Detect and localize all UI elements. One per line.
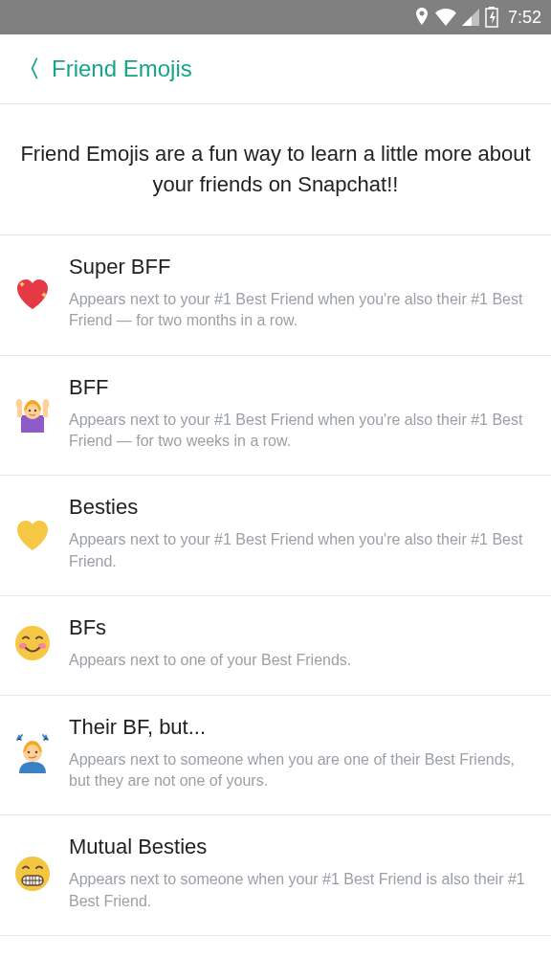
emoji-desc: Appears next to your #1 Best Friend when… — [69, 529, 534, 572]
svg-point-5 — [34, 410, 36, 412]
back-icon[interactable]: 〈 — [17, 54, 40, 84]
emoji-title: Mutual Besties — [69, 835, 534, 859]
svg-rect-1 — [489, 7, 495, 9]
emoji-desc: Appears next to someone when you are one… — [69, 749, 534, 792]
svg-point-4 — [29, 410, 31, 412]
emoji-desc: Appears next to someone when your #1 Bes… — [69, 869, 534, 912]
emoji-content: BFF Appears next to your #1 Best Friend … — [69, 375, 534, 453]
location-icon — [414, 8, 430, 27]
blush-face-icon — [13, 624, 52, 662]
emoji-title: Their BF, but... — [69, 715, 534, 740]
emoji-desc: Appears next to your #1 Best Friend when… — [69, 410, 534, 453]
cell-signal-icon — [462, 9, 479, 26]
emoji-item-their-bf[interactable]: Their BF, but... Appears next to someone… — [0, 696, 551, 816]
emoji-item-besties[interactable]: Besties Appears next to your #1 Best Fri… — [0, 476, 551, 596]
status-time: 7:52 — [508, 8, 541, 28]
emoji-content: Besties Appears next to your #1 Best Fri… — [69, 495, 534, 572]
svg-point-10 — [15, 626, 50, 660]
heart-sparkle-icon — [13, 274, 52, 312]
intro-text: Friend Emojis are a fun way to learn a l… — [17, 139, 534, 200]
emoji-desc: Appears next to one of your Best Friends… — [69, 650, 534, 671]
emoji-title: Super BFF — [69, 255, 534, 279]
emoji-content: BFs Appears next to one of your Best Fri… — [69, 615, 534, 671]
page-title: Friend Emojis — [52, 56, 192, 82]
emoji-list: Super BFF Appears next to your #1 Best F… — [0, 235, 551, 936]
status-bar: 7:52 — [0, 0, 551, 34]
svg-rect-9 — [43, 407, 48, 417]
hands-up-woman-icon — [13, 394, 52, 433]
emoji-content: Mutual Besties Appears next to someone w… — [69, 835, 534, 912]
emoji-content: Their BF, but... Appears next to someone… — [69, 715, 534, 792]
emoji-title: Besties — [69, 495, 534, 520]
wifi-icon — [435, 9, 456, 26]
emoji-item-mutual-besties[interactable]: Mutual Besties Appears next to someone w… — [0, 815, 551, 936]
emoji-title: BFs — [69, 615, 534, 640]
emoji-desc: Appears next to your #1 Best Friend when… — [69, 289, 534, 332]
smirk-person-icon — [13, 734, 52, 772]
yellow-heart-icon — [13, 515, 52, 553]
svg-rect-8 — [17, 407, 22, 417]
svg-point-15 — [35, 751, 38, 754]
intro-section: Friend Emojis are a fun way to learn a l… — [0, 104, 551, 235]
emoji-item-bff[interactable]: BFF Appears next to your #1 Best Friend … — [0, 356, 551, 477]
emoji-title: BFF — [69, 375, 534, 400]
emoji-item-bfs[interactable]: BFs Appears next to one of your Best Fri… — [0, 596, 551, 695]
page-header: 〈 Friend Emojis — [0, 34, 551, 104]
battery-charging-icon — [485, 7, 498, 28]
grimace-face-icon — [13, 855, 52, 893]
emoji-content: Super BFF Appears next to your #1 Best F… — [69, 255, 534, 332]
svg-point-14 — [28, 751, 31, 754]
emoji-item-super-bff[interactable]: Super BFF Appears next to your #1 Best F… — [0, 235, 551, 356]
